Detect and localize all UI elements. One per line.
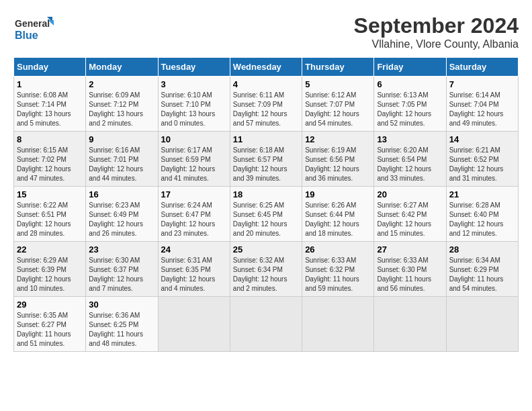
page-header: General Blue September 2024 Vllahine, Vl… [13, 13, 519, 50]
day-number: 20 [377, 189, 443, 199]
day-number: 6 [377, 79, 443, 89]
logo-svg: General Blue [13, 13, 54, 44]
day-number: 25 [233, 244, 299, 255]
day-number: 22 [17, 244, 83, 255]
day-number: 12 [305, 134, 371, 144]
day-number: 27 [377, 244, 443, 255]
day-number: 28 [449, 244, 515, 255]
day-info: Sunrise: 6:10 AM Sunset: 7:10 PM Dayligh… [161, 91, 227, 128]
day-number: 14 [449, 134, 515, 144]
calendar-cell [158, 297, 230, 352]
header-wednesday: Wednesday [230, 58, 302, 77]
calendar-cell [230, 297, 302, 352]
day-number: 5 [305, 79, 371, 89]
calendar-week-2: 8Sunrise: 6:15 AM Sunset: 7:02 PM Daylig… [14, 132, 519, 187]
header-friday: Friday [374, 58, 446, 77]
day-number: 3 [161, 79, 227, 89]
calendar-cell [302, 297, 374, 352]
calendar-cell: 18Sunrise: 6:25 AM Sunset: 6:45 PM Dayli… [230, 187, 302, 242]
calendar-cell: 3Sunrise: 6:10 AM Sunset: 7:10 PM Daylig… [158, 77, 230, 132]
day-number: 24 [161, 244, 227, 255]
calendar-cell: 4Sunrise: 6:11 AM Sunset: 7:09 PM Daylig… [230, 77, 302, 132]
title-block: September 2024 Vllahine, Vlore County, A… [354, 13, 519, 50]
calendar-cell: 5Sunrise: 6:12 AM Sunset: 7:07 PM Daylig… [302, 77, 374, 132]
day-number: 29 [17, 300, 83, 310]
day-info: Sunrise: 6:15 AM Sunset: 7:02 PM Dayligh… [17, 146, 83, 183]
calendar-cell: 10Sunrise: 6:17 AM Sunset: 6:59 PM Dayli… [158, 132, 230, 187]
day-number: 4 [233, 79, 299, 89]
calendar-header-row: SundayMondayTuesdayWednesdayThursdayFrid… [14, 58, 519, 77]
day-info: Sunrise: 6:23 AM Sunset: 6:49 PM Dayligh… [89, 201, 154, 238]
day-number: 23 [89, 244, 154, 255]
day-number: 19 [305, 189, 371, 199]
calendar-cell [374, 297, 446, 352]
day-info: Sunrise: 6:31 AM Sunset: 6:35 PM Dayligh… [161, 256, 227, 293]
calendar-cell: 8Sunrise: 6:15 AM Sunset: 7:02 PM Daylig… [14, 132, 86, 187]
calendar-cell: 16Sunrise: 6:23 AM Sunset: 6:49 PM Dayli… [86, 187, 158, 242]
calendar-cell: 29Sunrise: 6:35 AM Sunset: 6:27 PM Dayli… [14, 297, 86, 352]
calendar-cell: 27Sunrise: 6:33 AM Sunset: 6:30 PM Dayli… [374, 242, 446, 297]
calendar-cell: 12Sunrise: 6:19 AM Sunset: 6:56 PM Dayli… [302, 132, 374, 187]
day-number: 10 [161, 134, 227, 144]
day-number: 1 [17, 79, 83, 89]
header-saturday: Saturday [446, 58, 518, 77]
calendar-table: SundayMondayTuesdayWednesdayThursdayFrid… [13, 57, 519, 352]
calendar-cell: 15Sunrise: 6:22 AM Sunset: 6:51 PM Dayli… [14, 187, 86, 242]
calendar-cell: 11Sunrise: 6:18 AM Sunset: 6:57 PM Dayli… [230, 132, 302, 187]
svg-text:General: General [15, 18, 50, 29]
day-info: Sunrise: 6:29 AM Sunset: 6:39 PM Dayligh… [17, 256, 83, 293]
calendar-cell: 13Sunrise: 6:20 AM Sunset: 6:54 PM Dayli… [374, 132, 446, 187]
day-number: 7 [449, 79, 515, 89]
calendar-cell: 24Sunrise: 6:31 AM Sunset: 6:35 PM Dayli… [158, 242, 230, 297]
day-info: Sunrise: 6:14 AM Sunset: 7:04 PM Dayligh… [449, 91, 515, 128]
calendar-week-1: 1Sunrise: 6:08 AM Sunset: 7:14 PM Daylig… [14, 77, 519, 132]
calendar-cell: 2Sunrise: 6:09 AM Sunset: 7:12 PM Daylig… [86, 77, 158, 132]
day-info: Sunrise: 6:26 AM Sunset: 6:44 PM Dayligh… [305, 201, 371, 238]
day-info: Sunrise: 6:28 AM Sunset: 6:40 PM Dayligh… [449, 201, 515, 238]
calendar-cell: 26Sunrise: 6:33 AM Sunset: 6:32 PM Dayli… [302, 242, 374, 297]
day-info: Sunrise: 6:33 AM Sunset: 6:30 PM Dayligh… [377, 256, 443, 293]
day-info: Sunrise: 6:09 AM Sunset: 7:12 PM Dayligh… [89, 91, 154, 128]
day-info: Sunrise: 6:34 AM Sunset: 6:29 PM Dayligh… [449, 256, 515, 293]
calendar-week-3: 15Sunrise: 6:22 AM Sunset: 6:51 PM Dayli… [14, 187, 519, 242]
day-number: 15 [17, 189, 83, 199]
svg-text:Blue: Blue [15, 30, 38, 41]
day-number: 18 [233, 189, 299, 199]
day-info: Sunrise: 6:27 AM Sunset: 6:42 PM Dayligh… [377, 201, 443, 238]
location-subtitle: Vllahine, Vlore County, Albania [354, 38, 519, 50]
calendar-cell: 22Sunrise: 6:29 AM Sunset: 6:39 PM Dayli… [14, 242, 86, 297]
header-tuesday: Tuesday [158, 58, 230, 77]
calendar-cell: 30Sunrise: 6:36 AM Sunset: 6:25 PM Dayli… [86, 297, 158, 352]
day-info: Sunrise: 6:13 AM Sunset: 7:05 PM Dayligh… [377, 91, 443, 128]
day-info: Sunrise: 6:17 AM Sunset: 6:59 PM Dayligh… [161, 146, 227, 183]
day-number: 30 [89, 300, 154, 310]
day-info: Sunrise: 6:33 AM Sunset: 6:32 PM Dayligh… [305, 256, 371, 293]
calendar-cell: 17Sunrise: 6:24 AM Sunset: 6:47 PM Dayli… [158, 187, 230, 242]
calendar-cell: 7Sunrise: 6:14 AM Sunset: 7:04 PM Daylig… [446, 77, 518, 132]
day-info: Sunrise: 6:20 AM Sunset: 6:54 PM Dayligh… [377, 146, 443, 183]
day-info: Sunrise: 6:18 AM Sunset: 6:57 PM Dayligh… [233, 146, 299, 183]
day-info: Sunrise: 6:25 AM Sunset: 6:45 PM Dayligh… [233, 201, 299, 238]
day-number: 8 [17, 134, 83, 144]
day-info: Sunrise: 6:19 AM Sunset: 6:56 PM Dayligh… [305, 146, 371, 183]
calendar-cell: 23Sunrise: 6:30 AM Sunset: 6:37 PM Dayli… [86, 242, 158, 297]
calendar-cell: 14Sunrise: 6:21 AM Sunset: 6:52 PM Dayli… [446, 132, 518, 187]
day-info: Sunrise: 6:08 AM Sunset: 7:14 PM Dayligh… [17, 91, 83, 128]
day-info: Sunrise: 6:16 AM Sunset: 7:01 PM Dayligh… [89, 146, 154, 183]
day-info: Sunrise: 6:11 AM Sunset: 7:09 PM Dayligh… [233, 91, 299, 128]
day-number: 16 [89, 189, 154, 199]
day-number: 17 [161, 189, 227, 199]
calendar-cell: 20Sunrise: 6:27 AM Sunset: 6:42 PM Dayli… [374, 187, 446, 242]
header-thursday: Thursday [302, 58, 374, 77]
calendar-week-4: 22Sunrise: 6:29 AM Sunset: 6:39 PM Dayli… [14, 242, 519, 297]
calendar-cell: 6Sunrise: 6:13 AM Sunset: 7:05 PM Daylig… [374, 77, 446, 132]
calendar-cell [446, 297, 518, 352]
calendar-cell: 1Sunrise: 6:08 AM Sunset: 7:14 PM Daylig… [14, 77, 86, 132]
calendar-cell: 28Sunrise: 6:34 AM Sunset: 6:29 PM Dayli… [446, 242, 518, 297]
day-number: 11 [233, 134, 299, 144]
calendar-week-5: 29Sunrise: 6:35 AM Sunset: 6:27 PM Dayli… [14, 297, 519, 352]
day-info: Sunrise: 6:36 AM Sunset: 6:25 PM Dayligh… [89, 311, 154, 349]
day-number: 9 [89, 134, 154, 144]
day-info: Sunrise: 6:21 AM Sunset: 6:52 PM Dayligh… [449, 146, 515, 183]
day-info: Sunrise: 6:35 AM Sunset: 6:27 PM Dayligh… [17, 311, 83, 349]
